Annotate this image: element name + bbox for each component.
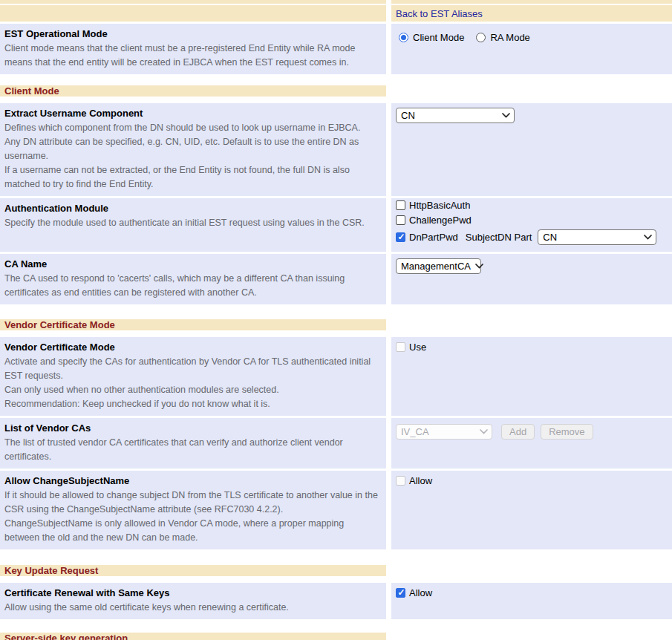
row-est-operational-mode: EST Operational Mode Client mode means t… <box>0 24 672 74</box>
top-strip-left <box>0 0 386 4</box>
section-vendor-certificate-mode: Vendor Certificate Mode <box>0 315 672 335</box>
row-allow-changesubjectname: Allow ChangeSubjectName If it should be … <box>0 471 672 549</box>
ra-mode-radio[interactable] <box>476 33 486 42</box>
field-title: Vendor Certificate Mode <box>4 340 381 355</box>
description-line: If a username can not be extracted, or t… <box>4 163 381 192</box>
remove-button: Remove <box>541 424 593 440</box>
field-description: Defines which component from the DN shou… <box>4 121 381 192</box>
header-left-cell <box>0 5 386 22</box>
section-client-mode: Client Mode <box>0 80 672 101</box>
ca-name-control-cell: ManagementCA <box>391 254 672 304</box>
select-value: CN <box>401 110 415 121</box>
field-description: Client mode means that the client must b… <box>4 42 381 70</box>
vendor-mode-control-cell: Use <box>391 337 672 416</box>
description-line: Recommendation: Keep unchecked if you do… <box>4 397 381 411</box>
field-title: Authentication Module <box>4 201 381 216</box>
select-value: IV_CA <box>401 426 429 437</box>
field-title: Allow ChangeSubjectName <box>4 474 381 489</box>
est-alias-config-page: Back to EST Aliases EST Operational Mode… <box>0 0 672 640</box>
dnpartpwd-checkbox[interactable] <box>396 232 405 242</box>
select-value: CN <box>543 232 557 243</box>
row-list-of-vendor-cas: List of Vendor CAs The list of trusted v… <box>0 418 672 468</box>
section-key-update-request: Key Update Request <box>0 560 672 581</box>
vendor-mode-label-cell: Vendor Certificate Mode Activate and spe… <box>0 337 386 416</box>
row-extract-username-component: Extract Username Component Defines which… <box>0 103 672 196</box>
dnpartpwd-label[interactable]: DnPartPwd <box>409 232 458 243</box>
extract-control-cell: CN <box>391 103 672 196</box>
renewal-label-cell: Certificate Renewal with Same Keys Allow… <box>0 583 386 619</box>
section-title: Client Mode <box>4 85 59 97</box>
change-subject-name-checkbox <box>396 476 405 486</box>
subjectdn-part-select[interactable]: CN <box>538 229 656 245</box>
description-line: Defines which component from the DN shou… <box>4 121 381 135</box>
field-description: If it should be allowed to change subjec… <box>4 489 381 545</box>
change-subject-allow-label: Allow <box>409 475 432 486</box>
extract-username-select[interactable]: CN <box>396 108 515 123</box>
vendor-ca-select: IV_CA <box>396 424 492 440</box>
renew-same-keys-checkbox[interactable] <box>396 588 405 598</box>
chevron-down-icon <box>644 235 652 240</box>
field-title: Certificate Renewal with Same Keys <box>4 586 381 601</box>
section-title-cell: Server-side key generation <box>0 633 386 640</box>
dnpartpwd-row: DnPartPwd SubjectDN Part CN <box>396 229 668 245</box>
row-authentication-module: Authentication Module Specify the module… <box>0 198 672 252</box>
back-to-est-aliases-link[interactable]: Back to EST Aliases <box>396 8 483 19</box>
add-button: Add <box>501 424 535 440</box>
change-subject-control-cell: Allow <box>391 471 672 549</box>
chevron-down-icon <box>480 429 488 434</box>
section-title: Vendor Certificate Mode <box>4 319 115 330</box>
change-subject-label-cell: Allow ChangeSubjectName If it should be … <box>0 471 386 549</box>
renewal-allow-label[interactable]: Allow <box>409 587 432 598</box>
est-mode-label-cell: EST Operational Mode Client mode means t… <box>0 24 386 74</box>
vendor-mode-use-row: Use <box>396 342 668 353</box>
header-row: Back to EST Aliases <box>0 5 672 22</box>
challengepwd-row: ChallengePwd <box>396 215 668 226</box>
httpbasicauth-checkbox[interactable] <box>396 200 405 210</box>
ca-name-label-cell: CA Name The CA used to respond to 'cacer… <box>0 254 386 304</box>
section-title: Key Update Request <box>4 565 98 576</box>
vendor-mode-use-label: Use <box>409 342 426 353</box>
section-title-cell: Vendor Certificate Mode <box>0 319 386 330</box>
httpbasicauth-row: HttpBasicAuth <box>396 200 668 211</box>
ca-name-select[interactable]: ManagementCA <box>396 258 481 274</box>
field-title: CA Name <box>4 257 381 272</box>
extract-label-cell: Extract Username Component Defines which… <box>0 103 386 196</box>
select-value: ManagementCA <box>401 261 471 272</box>
section-title-cell: Client Mode <box>0 85 386 97</box>
section-title: Server-side key generation <box>4 633 128 640</box>
vendor-list-control-cell: IV_CA Add Remove <box>391 418 672 468</box>
challengepwd-label[interactable]: ChallengePwd <box>409 215 472 226</box>
row-certificate-renewal: Certificate Renewal with Same Keys Allow… <box>0 583 672 619</box>
field-title: List of Vendor CAs <box>4 421 381 436</box>
row-vendor-certificate-mode: Vendor Certificate Mode Activate and spe… <box>0 337 672 416</box>
ra-mode-radio-label[interactable]: RA Mode <box>490 32 529 43</box>
renewal-control-cell: Allow <box>391 583 672 619</box>
client-mode-radio-label[interactable]: Client Mode <box>413 32 464 43</box>
challengepwd-checkbox[interactable] <box>396 215 405 225</box>
vendor-mode-use-checkbox <box>396 342 405 352</box>
vendor-ca-controls: IV_CA Add Remove <box>396 422 668 440</box>
operational-mode-radio-group: Client Mode RA Mode <box>396 28 668 43</box>
description-line: Activate and specify the CAs for authent… <box>4 355 381 383</box>
description-line: Can only used when no other authenticati… <box>4 383 381 397</box>
httpbasicauth-label[interactable]: HttpBasicAuth <box>409 200 470 211</box>
row-ca-name: CA Name The CA used to respond to 'cacer… <box>0 254 672 304</box>
field-description: Activate and specify the CAs for authent… <box>4 355 381 411</box>
top-strip <box>0 0 672 4</box>
field-title: Extract Username Component <box>4 106 381 121</box>
description-line: If it should be allowed to change subjec… <box>4 489 381 517</box>
field-description: Specify the module used to authenticate … <box>4 216 381 230</box>
client-mode-radio[interactable] <box>399 33 408 42</box>
vendor-list-label-cell: List of Vendor CAs The list of trusted v… <box>0 418 386 468</box>
header-right-cell: Back to EST Aliases <box>391 5 672 22</box>
section-server-side-key-generation: Server-side key generation <box>0 627 672 640</box>
top-strip-right <box>391 0 672 4</box>
field-description: Allow using the same old certificate key… <box>4 601 381 615</box>
renewal-allow-row: Allow <box>396 587 668 598</box>
field-description: The CA used to respond to 'cacerts' call… <box>4 272 381 300</box>
chevron-down-icon <box>475 264 483 269</box>
subjectdn-part-label: SubjectDN Part <box>466 232 532 243</box>
est-mode-control-cell: Client Mode RA Mode <box>391 24 672 74</box>
change-subject-allow-row: Allow <box>396 475 668 486</box>
field-title: EST Operational Mode <box>4 27 381 42</box>
